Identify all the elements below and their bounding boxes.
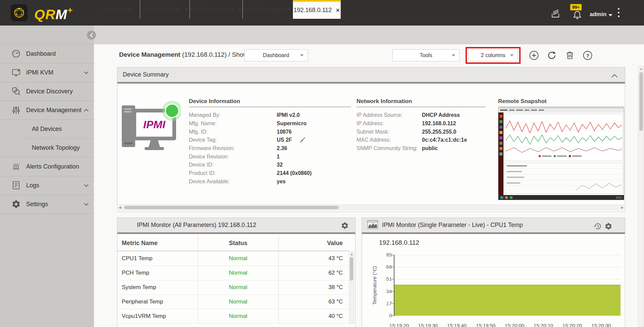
table-cell-value: 63 °C: [278, 294, 343, 309]
divider: [189, 107, 351, 107]
collapse-widget-icon[interactable]: [611, 73, 618, 79]
column-header-status[interactable]: Status: [198, 240, 278, 247]
tab-dashboard[interactable]: Dashboard: [94, 0, 140, 19]
device-management-icon: [11, 105, 21, 115]
table-scrollbar[interactable]: ▲: [349, 251, 354, 324]
info-value: 255.255.255.0: [422, 129, 456, 135]
divider: [357, 107, 486, 107]
tools-dropdown-value: Tools: [420, 52, 432, 58]
sidebar-item-alerts-configuration[interactable]: Alerts Configuration: [0, 157, 94, 176]
overflow-menu-icon[interactable]: [618, 8, 620, 19]
tasks-icon[interactable]: [550, 8, 561, 20]
chart-settings-gear-icon[interactable]: [604, 222, 612, 232]
device-graphic: IPMI: [121, 99, 181, 158]
table-cell-metric: CPU1 Temp: [122, 251, 152, 266]
scrollbar-thumb[interactable]: [124, 206, 339, 209]
caret-down-icon: [510, 54, 514, 56]
sidebar-item-logs[interactable]: Logs: [0, 176, 94, 195]
bell-icon[interactable]: [572, 10, 582, 21]
sidebar-item-settings[interactable]: Settings: [0, 195, 94, 214]
tab-192-168-0-100[interactable]: 192.168.0.100 ✕: [140, 0, 190, 19]
tab-kvm-manager[interactable]: KVM Manager ✕: [243, 0, 293, 19]
widget-title: Device Summary: [123, 71, 169, 78]
tab-192-168-0-112-active[interactable]: 192.168.0.112 ✕: [293, 0, 341, 19]
sidebar-item-label: Device Management: [26, 107, 82, 114]
gridline: [394, 255, 621, 255]
divider: [498, 107, 624, 107]
sidebar-item-all-devices[interactable]: All Devices: [0, 120, 94, 138]
sidebar-item-label: Settings: [26, 201, 48, 208]
scroll-right-icon[interactable]: ▶: [621, 206, 624, 209]
dashboard-icon: [11, 49, 21, 58]
sidebar-item-label: Logs: [26, 182, 39, 189]
horizontal-scrollbar[interactable]: ◀ ▶: [117, 204, 625, 210]
table-cell-value: 38 °C: [278, 280, 343, 294]
table-widget-header: IPMI Monitor (All Parameters) 192.168.0.…: [117, 218, 355, 234]
edit-device-tag-icon[interactable]: [300, 137, 306, 144]
close-icon[interactable]: ✕: [184, 6, 189, 12]
sidebar-collapse-button[interactable]: [87, 31, 96, 40]
close-icon[interactable]: ✕: [336, 7, 340, 13]
info-value: 1: [277, 154, 280, 160]
sidebar-item-label: Device Discovery: [26, 88, 73, 95]
info-label: Device ID:: [189, 162, 277, 168]
sidebar-item-label: Network Topology: [32, 144, 80, 151]
chevron-up-icon: [84, 107, 89, 113]
view-dropdown-value: Dashboard: [263, 52, 289, 58]
info-value: public: [422, 145, 438, 151]
column-header-value[interactable]: Value: [278, 240, 343, 247]
tab-kvm-dashboard[interactable]: KVM Dashboard ✕: [190, 0, 243, 19]
sidebar-item-device-discovery[interactable]: Device Discovery: [0, 82, 94, 101]
refresh-button[interactable]: [547, 50, 557, 60]
user-menu[interactable]: admin: [590, 11, 606, 18]
table-settings-gear-icon[interactable]: [341, 222, 349, 231]
scroll-up-icon[interactable]: ▲: [640, 67, 643, 71]
close-icon[interactable]: ✕: [287, 6, 291, 12]
add-widget-button[interactable]: [529, 50, 539, 60]
sidebar-item-ipmi-kvm[interactable]: IPMI KVM: [0, 63, 94, 82]
gridline: [394, 267, 621, 267]
gridline: [394, 279, 621, 279]
info-label: IP Address Source:: [357, 112, 422, 118]
info-value: 2.36: [277, 145, 287, 151]
y-tick-label: 51: [375, 276, 392, 282]
status-badge: Normal: [198, 294, 278, 309]
sidebar-item-label: Dashboard: [26, 50, 56, 57]
close-icon[interactable]: ✕: [238, 6, 243, 12]
sidebar-item-device-management[interactable]: Device Management: [0, 101, 94, 120]
svg-text:IPMI: IPMI: [143, 119, 166, 131]
user-caret-icon: [608, 14, 612, 16]
tools-dropdown[interactable]: Tools: [392, 49, 460, 61]
remote-snapshot-thumbnail[interactable]: [498, 108, 624, 200]
info-value: 2144 (0x0860): [277, 170, 312, 176]
chevron-down-icon: [84, 182, 89, 188]
scroll-up-icon[interactable]: ▲: [350, 253, 353, 256]
history-icon[interactable]: [594, 222, 602, 232]
columns-dropdown[interactable]: 2 columns: [468, 49, 518, 61]
chart-area-fill: [394, 285, 621, 316]
page-title: Device Management (192.168.0.112) / Show: [119, 51, 248, 58]
view-dropdown[interactable]: Dashboard: [244, 49, 308, 61]
scrollbar-thumb[interactable]: [350, 257, 353, 281]
x-tick-label: 15:19:40: [442, 323, 472, 327]
help-button[interactable]: ?: [583, 50, 593, 60]
device-summary-header[interactable]: Device Summary: [117, 67, 625, 84]
scroll-left-icon[interactable]: ◀: [119, 206, 121, 209]
sidebar-item-dashboard[interactable]: Dashboard: [0, 44, 94, 63]
x-tick-label: 15:19:20: [384, 323, 414, 327]
column-header-metric[interactable]: Metric Name: [122, 240, 158, 247]
x-tick-label: 15:19:30: [413, 323, 443, 327]
info-value: IPMI v2.0: [277, 112, 300, 118]
info-label: Device Revision:: [189, 154, 277, 160]
y-tick-label: 17: [375, 300, 392, 306]
delete-button[interactable]: [565, 50, 575, 60]
scrollbar-thumb[interactable]: [639, 72, 643, 131]
sidebar-item-network-topology[interactable]: Network Topology: [0, 138, 94, 157]
tab-label: 192.168.0.112: [293, 7, 332, 14]
info-value: yes: [277, 179, 286, 185]
x-tick-label: 15:19:50: [471, 323, 501, 327]
notification-badge: 99+: [570, 4, 582, 10]
status-badge: Normal: [198, 266, 278, 280]
page-scrollbar[interactable]: ▲: [638, 66, 644, 327]
tab-label: KVM Manager: [245, 6, 283, 13]
